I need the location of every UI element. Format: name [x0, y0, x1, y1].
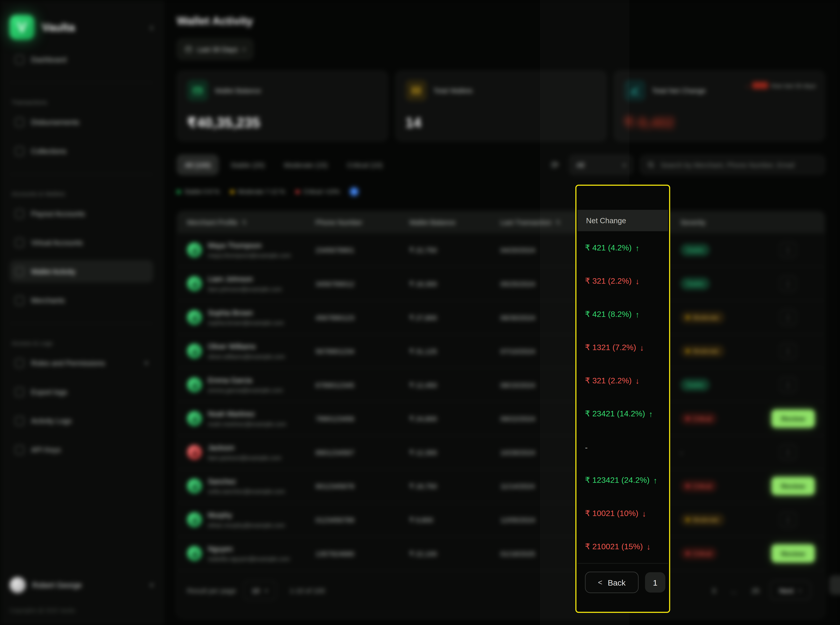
severity-dropdown[interactable]: All ▾ — [570, 155, 633, 174]
search-input[interactable] — [659, 160, 818, 169]
stat-trend: ↓than last 30 days — [746, 82, 816, 89]
refresh-button[interactable]: ⟳ — [546, 156, 564, 174]
sidebar-item-api-keys[interactable]: API Keys — [10, 438, 153, 461]
sidebar-item-payout-accounts[interactable]: Payout Accounts — [10, 202, 153, 225]
vaulta-logo[interactable]: V — [10, 15, 34, 40]
stat-card-label: Total Wallets — [433, 87, 473, 95]
tab-all-100-[interactable]: All (100) — [177, 155, 219, 175]
stat-cards: Wallet Balance₹40,35,235Total Wallets14T… — [177, 71, 825, 141]
review-button[interactable]: Review — [771, 410, 815, 428]
column-header-merchant-profile: Merchant Profile⇅ — [177, 218, 306, 226]
divider — [578, 563, 668, 564]
kebab-menu-button[interactable]: ⋮ — [780, 242, 796, 258]
page-25-button[interactable]: 25 — [748, 586, 763, 594]
kebab-menu-button[interactable]: ⋮ — [780, 276, 796, 292]
sort-icon[interactable]: ⇅ — [242, 219, 246, 225]
edge-cutoff-button[interactable] — [829, 575, 840, 595]
column-header-label: Merchant Profile — [187, 218, 238, 226]
tab-stable-20-[interactable]: Stable (20) — [223, 155, 272, 174]
net-change-header-label: Net Change — [586, 216, 626, 225]
merchant-identity: Oliver Williamsoliver.williams@example.c… — [208, 342, 285, 360]
phone-cell: 5678901234 — [306, 347, 400, 355]
sort-icon[interactable]: ⇅ — [556, 219, 560, 225]
severity-dot — [686, 417, 689, 420]
sidebar-nav: DashboardTransactionsDisbursementsCollec… — [10, 40, 153, 467]
merchant-identity: Emma Garciaemma.garcia@example.com — [208, 376, 283, 393]
search-box[interactable] — [640, 155, 825, 174]
sidebar-item-collections[interactable]: Collections — [10, 140, 153, 162]
sidebar-item-roles-and-permissions[interactable]: Roles and Permissions▾ — [10, 351, 153, 374]
sidebar-item-label: Payout Accounts — [31, 210, 85, 218]
actions-cell: Review — [762, 477, 824, 495]
severity-empty: - — [680, 448, 683, 456]
net-change-text: ₹ 321 (2.2%) — [585, 276, 632, 286]
date-range-value: Last 30 Days — [197, 45, 238, 53]
stat-card-top: Wallet Balance — [187, 80, 378, 101]
back-button[interactable]: < Back — [585, 572, 639, 593]
actions-cell: ⋮ — [762, 242, 824, 258]
dimmed-background-layer: V Vaulta ‹ DashboardTransactionsDisburse… — [0, 0, 840, 625]
sidebar-item-virtual-accounts[interactable]: Virtual Accounts — [10, 231, 153, 254]
severity-badge: Critical — [680, 480, 717, 493]
page-3-button[interactable]: 3 — [709, 586, 719, 594]
sidebar-item-activity-logs[interactable]: Activity Logs — [10, 410, 153, 432]
balance-cell: ₹ 12,300 — [400, 448, 491, 456]
next-page-button[interactable]: Next > — [770, 581, 810, 600]
info-icon[interactable]: i — [351, 188, 358, 196]
merchant-cell: Maya Thompsonmaya.thompson@example.com — [177, 241, 306, 259]
sidebar-section-transactions: Transactions — [12, 99, 153, 106]
kebab-menu-button[interactable]: ⋮ — [780, 444, 796, 460]
merchant-email: emma.garcia@example.com — [208, 386, 283, 394]
merchant-name: Oliver Williams — [208, 342, 285, 351]
sidebar-section-accounts-wallets: Accounts & Wallets — [12, 191, 153, 197]
stat-card-total-wallets: Total Wallets14 — [395, 71, 606, 141]
net-change-value: ₹ 321 (2.2%)↓ — [576, 271, 669, 291]
sidebar-item-merchants[interactable]: Merchants — [10, 289, 153, 312]
phone-cell: 3456789012 — [306, 280, 400, 288]
date-range-filter[interactable]: Last 30 Days ▾ — [177, 39, 253, 60]
merchant-cell: Nguyenisabella.nguyen@example.com — [177, 544, 306, 562]
sidebar-section-access-logs: Access & Logs — [12, 340, 153, 346]
user-menu[interactable]: Robert George ▾ — [10, 577, 153, 593]
tab-moderate-15-[interactable]: Moderate (15) — [276, 155, 335, 174]
brand-row[interactable]: V Vaulta ‹ — [10, 15, 153, 40]
arrow-up-icon: ↑ — [653, 476, 658, 485]
review-button[interactable]: Review — [771, 477, 815, 495]
sidebar-item-dashboard[interactable]: Dashboard — [10, 48, 153, 71]
sidebar: V Vaulta ‹ DashboardTransactionsDisburse… — [0, 0, 163, 625]
sidebar-item-disbursements[interactable]: Disbursements — [10, 111, 153, 133]
sidebar-item-wallet-activity[interactable]: Wallet Activity — [10, 260, 153, 283]
last-transaction-cell: 09/22/2024 — [491, 415, 577, 423]
collections-icon — [15, 146, 24, 155]
chevron-down-icon: ▾ — [265, 588, 268, 593]
last-transaction-cell: 07/10/2024 — [491, 347, 577, 355]
column-header-last-transaction: Last Transaction⇅ — [491, 218, 577, 226]
sidebar-collapse-icon[interactable]: ‹ — [150, 22, 153, 33]
net-change-value: ₹ 1321 (7.2%)↓ — [576, 337, 669, 358]
page-1-button[interactable]: 1 — [645, 572, 665, 592]
balance-cell: ₹ 27,800 — [400, 313, 491, 321]
kebab-menu-button[interactable]: ⋮ — [780, 309, 796, 325]
export-logs-icon — [15, 387, 24, 396]
page-ellipsis: ... — [728, 586, 740, 594]
merchant-avatar — [187, 377, 202, 392]
kebab-menu-button[interactable]: ⋮ — [780, 343, 796, 359]
table-body: Maya Thompsonmaya.thompson@example.com23… — [177, 233, 824, 570]
main-content: Wallet Activity Last 30 Days ▾ Wallet Ba… — [163, 0, 840, 625]
stat-card-wallet-balance: Wallet Balance₹40,35,235 — [177, 71, 388, 141]
merchant-name: Murphy — [208, 511, 285, 519]
sidebar-item-export-logs[interactable]: Export logs — [10, 381, 153, 403]
kebab-menu-button[interactable]: ⋮ — [780, 377, 796, 393]
net-change-text: ₹ 123421 (24.2%) — [585, 476, 650, 485]
kebab-menu-button[interactable]: ⋮ — [780, 512, 796, 528]
page-size-select[interactable]: 10 ▾ — [244, 581, 276, 600]
balance-cell: ₹ 24,800 — [400, 415, 491, 423]
total-wallets-icon — [405, 80, 427, 101]
actions-cell: ⋮ — [762, 377, 824, 393]
severity-badge: Stable — [680, 244, 709, 257]
review-button[interactable]: Review — [771, 544, 815, 563]
tab-critical-10-[interactable]: Critical (10) — [340, 155, 390, 174]
net-change-value: ₹ 10021 (10%)↓ — [576, 503, 669, 524]
table-row: Murphyethan.murphy@example.com0123456789… — [177, 502, 824, 536]
merchant-cell: Liam Johnsonliam.johnson@example.com — [177, 275, 306, 292]
